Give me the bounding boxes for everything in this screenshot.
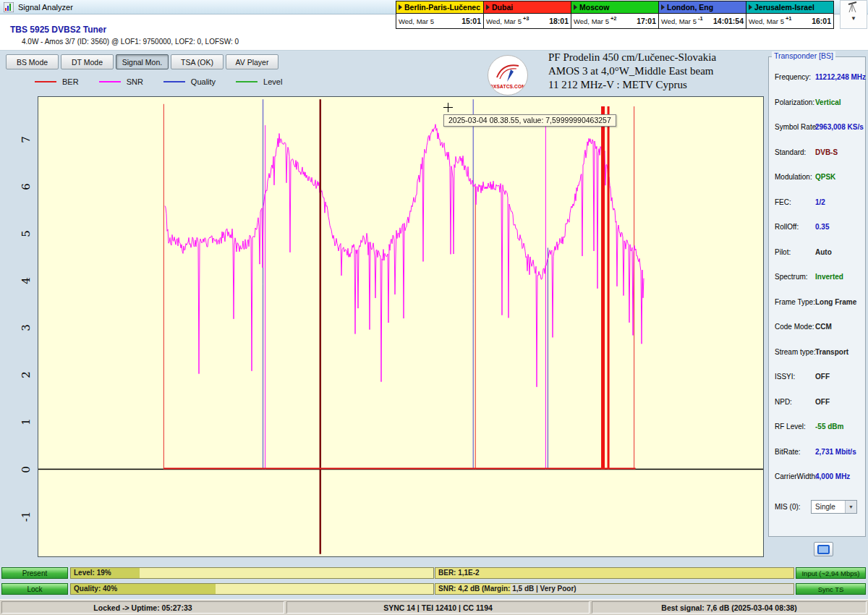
level-bar-label: Level: 19% <box>74 569 111 577</box>
legend-item-quality: Quality <box>163 77 216 86</box>
mis-select[interactable]: Single ▼ <box>811 500 857 514</box>
transponder-row-pilot-: Pilot:Auto <box>769 242 865 268</box>
legend-color-swatch <box>99 81 121 82</box>
clock-date: Wed, Mar 5 <box>749 17 784 25</box>
param-label: RollOff: <box>775 223 799 231</box>
legend-color-swatch <box>163 81 185 82</box>
clock-flag-icon <box>749 4 752 10</box>
lock-indicator: Lock <box>1 583 68 595</box>
tuner-name: TBS 5925 DVBS2 Tuner <box>10 25 106 35</box>
legend-label: BER <box>62 77 79 86</box>
mis-dropdown-arrow-icon: ▼ <box>845 501 856 513</box>
tuner-details: 4.0W - Amos 3/7 (ID: 3560) @ LOF1: 97500… <box>22 38 239 46</box>
clock-date: Wed, Mar 5 <box>486 17 522 25</box>
param-value: Vertical <box>815 98 841 106</box>
param-value: 2963,008 KS/s <box>815 123 864 131</box>
header-line3: 11 212 MHz-V : METV Cyprus <box>548 78 716 92</box>
param-value: 1/2 <box>815 198 825 206</box>
legend-item-ber: BER <box>35 77 79 86</box>
param-value: DVB-S <box>815 148 838 156</box>
clock-header: Jerusalem-Israel <box>746 1 833 14</box>
header-line1: PF Prodelin 450 cm/Lučenec-Slovakia <box>548 51 716 64</box>
header-line2: AMOS 3 at 4,0°W_Middle East beam <box>548 64 716 78</box>
transponder-row-bitrate-: BitRate:2,731 Mbit/s <box>769 442 865 467</box>
transponder-row-issyi-: ISSYI:OFF <box>769 367 865 392</box>
clock-flag-icon <box>399 4 402 10</box>
legend-label: Quality <box>191 77 216 86</box>
transponder-row-stream-type-: Stream type:Transport <box>769 342 865 368</box>
transponder-row-npd-: NPD:OFF <box>769 392 865 417</box>
present-indicator: Present <box>1 567 68 579</box>
transponder-row-carrierwidth-: CarrierWidth:4,000 MHz <box>769 467 865 492</box>
clock-city-label: Berlin-Paris-Lučenec <box>404 3 480 12</box>
clock-city-label: London, Eng <box>667 3 713 12</box>
clock-moscow: MoscowWed, Mar 5+217:01 <box>571 1 659 29</box>
app-icon <box>4 2 14 12</box>
param-label: Standard: <box>775 148 806 156</box>
telescope-icon <box>846 1 861 14</box>
transponder-row-frequency-: Frequency:11212,248 MHz <box>769 67 865 93</box>
param-label: Spectrum: <box>775 273 808 281</box>
tab-tsa-ok-[interactable]: TSA (OK) <box>171 54 224 69</box>
legend-color-swatch <box>236 81 258 82</box>
tab-dt-mode[interactable]: DT Mode <box>61 54 114 69</box>
tab-av-player[interactable]: AV Player <box>226 54 278 69</box>
window-title: Signal Analyzer <box>18 3 73 12</box>
antenna-dish-icon <box>493 60 523 83</box>
transponder-row-frame-type-: Frame Type:Long Frame <box>769 292 865 318</box>
param-value: 2,731 Mbit/s <box>815 448 856 456</box>
dxsatcs-logo: DXSATCS.COM <box>488 55 528 96</box>
status-sync-counters: SYNC 14 | TEI 12410 | CC 1194 <box>286 601 590 614</box>
param-value: 11212,248 MHz <box>815 73 866 81</box>
param-value: Auto <box>815 248 832 256</box>
legend-label: SNR <box>127 77 143 86</box>
status-row-2: Lock Quality: 40% SNR: 4,2 dB (Margin: 1… <box>0 583 868 595</box>
clock-city-label: Moscow <box>579 3 609 12</box>
y-tick-label: -1 <box>20 509 33 524</box>
transponder-row-code-mode-: Code Mode:CCM <box>769 317 865 342</box>
param-value: QPSK <box>815 173 835 181</box>
clock-time: 18:01 <box>549 17 569 25</box>
transponder-row-polarization-: Polarization:Vertical <box>769 93 865 118</box>
param-label: Polarization: <box>775 98 814 106</box>
chevron-down-icon[interactable]: ▼ <box>851 15 856 22</box>
param-value: OFF <box>815 398 830 406</box>
status-best-signal: Best signal: 7,6 dB (2025-03-04 08:38) <box>592 601 867 614</box>
y-tick-label: 5 <box>20 226 33 241</box>
input-indicator: Input (~2,94 Mbps) <box>796 567 866 579</box>
clock-body: Wed, Mar 515:01 <box>396 14 483 28</box>
tab-bar: BS ModeDT ModeSignal Mon.TSA (OK)AV Play… <box>6 54 278 69</box>
param-value: Transport <box>815 348 848 356</box>
clock-body: Wed, Mar 5+116:01 <box>746 14 833 28</box>
y-tick-label: 7 <box>20 132 33 147</box>
clock-time: 14:01:54 <box>713 17 744 25</box>
panel-action-button[interactable] <box>814 542 833 556</box>
y-tick-label: 2 <box>20 368 33 382</box>
tab-signal-mon-[interactable]: Signal Mon. <box>116 54 169 69</box>
crosshair-cursor <box>443 103 453 112</box>
clock-flag-icon <box>661 4 665 10</box>
y-tick-label: 6 <box>20 179 33 194</box>
clock-header: London, Eng <box>659 1 746 14</box>
param-label: Stream type: <box>775 348 816 356</box>
chart-frame: 2025-03-04 08.38.55, value: 7,5999999046… <box>38 96 764 557</box>
chart-legend: BERSNRQualityLevel <box>35 77 282 86</box>
transponder-row-rolloff-: RollOff:0.35 <box>769 217 865 242</box>
level-bar: Level: 19% <box>70 567 434 579</box>
param-label: ISSYI: <box>775 373 795 381</box>
legend-item-snr: SNR <box>99 77 143 86</box>
ber-bar-label: BER: 1,1E-2 <box>438 569 480 577</box>
param-label: Code Mode: <box>775 323 814 331</box>
panel-title: Transponder [BS] <box>772 51 835 60</box>
legend-label: Level <box>263 77 282 86</box>
clock-body: Wed, Mar 5+217:01 <box>571 14 658 28</box>
tab-bs-mode[interactable]: BS Mode <box>6 54 59 69</box>
mis-label: MIS (0): <box>775 503 801 511</box>
y-tick-label: 1 <box>20 415 33 429</box>
chart-tooltip: 2025-03-04 08.38.55, value: 7,5999999046… <box>443 114 616 127</box>
param-label: Frame Type: <box>775 298 815 306</box>
param-label: Symbol Rate: <box>775 123 818 131</box>
param-value: CCM <box>815 323 832 331</box>
signal-chart[interactable] <box>38 97 763 556</box>
screen-icon <box>817 545 830 554</box>
